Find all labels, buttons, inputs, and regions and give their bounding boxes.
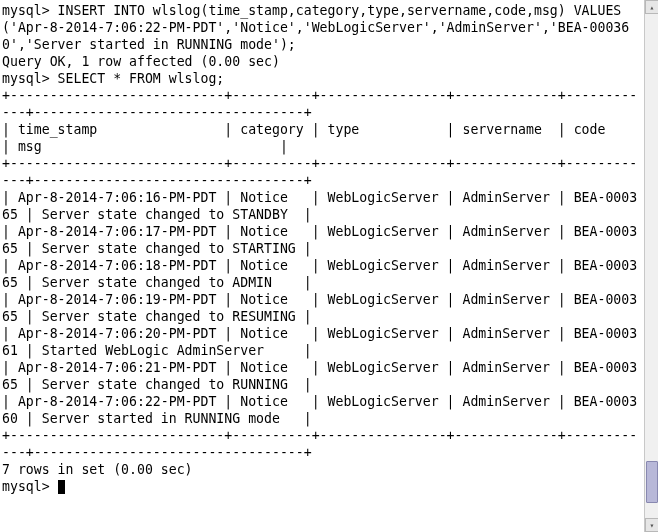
terminal-line: Query OK, 1 row affected (0.00 sec): [2, 53, 644, 70]
terminal-line: | time_stamp | category | type | servern…: [2, 121, 644, 155]
scrollbar-track[interactable]: ▴ ▾: [644, 0, 658, 532]
terminal-line: | Apr-8-2014-7:06:18-PM-PDT | Notice | W…: [2, 257, 644, 291]
terminal-line: | Apr-8-2014-7:06:21-PM-PDT | Notice | W…: [2, 359, 644, 393]
scroll-down-button[interactable]: ▾: [645, 518, 658, 532]
terminal-line: +---------------------------+----------+…: [2, 87, 644, 121]
terminal-line: | Apr-8-2014-7:06:19-PM-PDT | Notice | W…: [2, 291, 644, 325]
terminal-line: | Apr-8-2014-7:06:17-PM-PDT | Notice | W…: [2, 223, 644, 257]
terminal-line: mysql> SELECT * FROM wlslog;: [2, 70, 644, 87]
terminal-line: | Apr-8-2014-7:06:16-PM-PDT | Notice | W…: [2, 189, 644, 223]
terminal-line: +---------------------------+----------+…: [2, 427, 644, 461]
terminal-line: mysql> INSERT INTO wlslog(time_stamp,cat…: [2, 2, 644, 53]
terminal-line: 7 rows in set (0.00 sec): [2, 461, 644, 478]
cursor: [58, 480, 65, 494]
terminal-line: +---------------------------+----------+…: [2, 155, 644, 189]
scroll-up-button[interactable]: ▴: [645, 0, 658, 14]
chevron-down-icon: ▾: [650, 517, 655, 533]
terminal-line: | Apr-8-2014-7:06:22-PM-PDT | Notice | W…: [2, 393, 644, 427]
terminal-line: | Apr-8-2014-7:06:20-PM-PDT | Notice | W…: [2, 325, 644, 359]
mysql-prompt: mysql>: [2, 479, 58, 494]
chevron-up-icon: ▴: [650, 0, 655, 16]
scrollbar-thumb[interactable]: [646, 461, 658, 503]
terminal-output[interactable]: mysql> INSERT INTO wlslog(time_stamp,cat…: [0, 0, 644, 532]
